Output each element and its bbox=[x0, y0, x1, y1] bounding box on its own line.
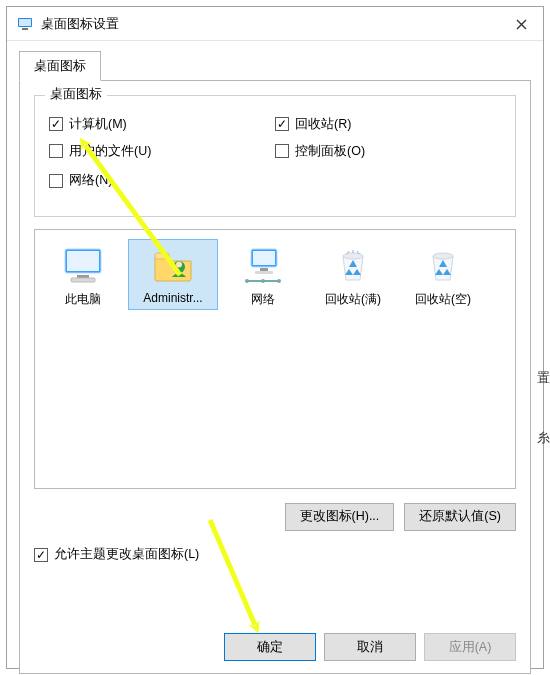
svg-point-9 bbox=[176, 261, 182, 267]
network-icon bbox=[239, 246, 287, 286]
recycle-full-icon bbox=[329, 246, 377, 286]
svg-rect-13 bbox=[255, 271, 273, 274]
desktop-icon-settings-dialog: 桌面图标设置 桌面图标 桌面图标 计算机(M) bbox=[6, 6, 544, 669]
computer-icon bbox=[59, 246, 107, 286]
checkbox-box-icon bbox=[34, 548, 48, 562]
icon-label: 此电脑 bbox=[39, 290, 127, 309]
checkbox-label: 控制面板(O) bbox=[295, 143, 365, 160]
svg-rect-7 bbox=[155, 253, 169, 259]
apply-button[interactable]: 应用(A) bbox=[424, 633, 516, 661]
svg-rect-4 bbox=[67, 251, 99, 271]
icon-label: 网络 bbox=[219, 290, 307, 309]
checkbox-label: 回收站(R) bbox=[295, 116, 351, 133]
checkbox-network[interactable]: 网络(N) bbox=[49, 172, 112, 189]
ok-button[interactable]: 确定 bbox=[224, 633, 316, 661]
recycle-empty-icon bbox=[419, 246, 467, 286]
icon-label: 回收站(满) bbox=[309, 290, 397, 309]
checkbox-recyclebin[interactable]: 回收站(R) bbox=[275, 116, 351, 133]
checkbox-box-icon bbox=[275, 144, 289, 158]
edge-fragment: 置 bbox=[537, 370, 550, 387]
svg-rect-6 bbox=[71, 278, 95, 282]
svg-rect-11 bbox=[253, 251, 275, 265]
group-legend: 桌面图标 bbox=[45, 86, 107, 103]
cancel-button[interactable]: 取消 bbox=[324, 633, 416, 661]
checkbox-box-icon bbox=[49, 117, 63, 131]
icon-item-this-pc[interactable]: 此电脑 bbox=[39, 240, 127, 309]
icon-preview-pane[interactable]: 此电脑 Administr... bbox=[34, 229, 516, 489]
close-button[interactable] bbox=[501, 9, 541, 39]
restore-default-button[interactable]: 还原默认值(S) bbox=[404, 503, 516, 531]
svg-point-16 bbox=[261, 279, 265, 283]
checkbox-control-panel[interactable]: 控制面板(O) bbox=[275, 143, 365, 160]
checkbox-label: 允许主题更改桌面图标(L) bbox=[54, 546, 199, 563]
user-folder-icon bbox=[149, 246, 197, 286]
change-icon-button[interactable]: 更改图标(H)... bbox=[285, 503, 395, 531]
svg-point-17 bbox=[343, 253, 363, 259]
icon-label: Administr... bbox=[129, 290, 217, 306]
tab-desktop-icons[interactable]: 桌面图标 bbox=[19, 51, 101, 81]
checkbox-computer[interactable]: 计算机(M) bbox=[49, 116, 127, 133]
icon-action-row: 更改图标(H)... 还原默认值(S) bbox=[34, 503, 516, 531]
icon-item-network[interactable]: 网络 bbox=[219, 240, 307, 309]
dialog-footer: 确定 取消 应用(A) bbox=[224, 633, 516, 661]
checkbox-label: 网络(N) bbox=[69, 172, 112, 189]
app-icon bbox=[17, 16, 33, 32]
dialog-body: 桌面图标 桌面图标 计算机(M) 回收站(R) bbox=[7, 41, 543, 668]
svg-point-18 bbox=[433, 253, 453, 259]
window-title: 桌面图标设置 bbox=[41, 15, 533, 33]
icon-grid: 此电脑 Administr... bbox=[39, 240, 511, 309]
close-icon bbox=[516, 19, 527, 30]
checkbox-box-icon bbox=[49, 144, 63, 158]
tab-panel: 桌面图标 计算机(M) 回收站(R) bbox=[19, 80, 531, 674]
icon-item-recycle-full[interactable]: 回收站(满) bbox=[309, 240, 397, 309]
checkbox-user-files[interactable]: 用户的文件(U) bbox=[49, 143, 151, 160]
edge-fragment: 糸 bbox=[537, 430, 550, 447]
svg-rect-12 bbox=[260, 268, 268, 271]
checkbox-label: 用户的文件(U) bbox=[69, 143, 151, 160]
titlebar: 桌面图标设置 bbox=[7, 7, 543, 41]
svg-rect-2 bbox=[22, 28, 28, 30]
svg-point-14 bbox=[245, 279, 249, 283]
icon-item-administrator[interactable]: Administr... bbox=[129, 240, 217, 309]
svg-point-15 bbox=[277, 279, 281, 283]
checkbox-label: 计算机(M) bbox=[69, 116, 127, 133]
checkbox-allow-themes[interactable]: 允许主题更改桌面图标(L) bbox=[34, 546, 199, 563]
checkbox-box-icon bbox=[49, 174, 63, 188]
tabstrip: 桌面图标 bbox=[19, 51, 531, 81]
icon-item-recycle-empty[interactable]: 回收站(空) bbox=[399, 240, 487, 309]
icon-label: 回收站(空) bbox=[399, 290, 487, 309]
desktop-icons-group: 桌面图标 计算机(M) 回收站(R) bbox=[34, 95, 516, 217]
checkbox-box-icon bbox=[275, 117, 289, 131]
svg-rect-1 bbox=[19, 19, 31, 26]
